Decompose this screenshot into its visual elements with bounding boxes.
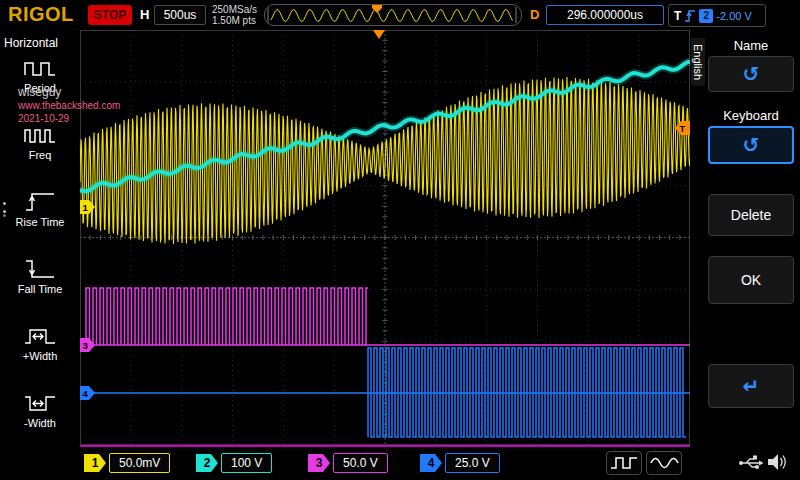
memory-depth: 1.50M pts [212, 15, 257, 26]
overview-trigger-marker[interactable] [372, 5, 382, 13]
timebase-readout[interactable]: 500us [154, 5, 206, 25]
ch3-trace [86, 288, 690, 345]
channel-3-ground-label: 3 [83, 340, 88, 351]
delete-button[interactable]: Delete [708, 194, 794, 236]
sidebar-item-freq[interactable]: Freq [0, 123, 80, 161]
channel-1-tag: 1 [84, 454, 106, 472]
speaker-indicator [766, 450, 788, 478]
overview-waveform-icon [265, 5, 519, 25]
channel-4-tag: 4 [420, 454, 442, 472]
trigger-level-marker-label: T [680, 124, 686, 134]
scope-display: 134T [80, 30, 690, 447]
bottom-right-indicators [606, 451, 682, 475]
usb-icon [738, 451, 764, 475]
channel-2-status[interactable]: 2 100 V [196, 451, 272, 475]
scroll-indicator [3, 202, 6, 205]
channel-4-status[interactable]: 4 25.0 V [420, 451, 500, 475]
oscilloscope-ui: RIGOL STOP H 500us 250MSa/s 1.50M pts D … [0, 0, 800, 480]
channel-2-scale: 100 V [221, 453, 272, 473]
trigger-source-badge: 2 [699, 9, 713, 23]
keyboard-label: Keyboard [708, 108, 794, 123]
trigger-readout[interactable]: T 2 -2.00 V [668, 4, 766, 27]
rise-time-icon [23, 190, 57, 214]
enter-icon: ↵ [743, 376, 760, 396]
speaker-icon [766, 450, 788, 474]
channel-3-scale: 50.0 V [333, 453, 388, 473]
sidebar-item-label: Freq [0, 149, 80, 161]
waveform-traces [80, 62, 690, 437]
sine-wave-indicator[interactable] [646, 451, 682, 475]
sidebar-item-minus-width[interactable]: -Width [0, 391, 80, 429]
channel-3-status[interactable]: 3 50.0 V [308, 451, 388, 475]
channel-1-status[interactable]: 1 50.0mV [84, 451, 170, 475]
name-button[interactable]: ↺ [708, 56, 794, 92]
undo-icon: ↺ [743, 64, 760, 84]
name-label: Name [708, 38, 794, 53]
plus-width-icon [23, 324, 57, 348]
graticule: 134T [80, 30, 690, 445]
sidebar-item-rise-time[interactable]: Rise Time [0, 190, 80, 228]
sidebar-item-label: +Width [0, 350, 80, 362]
channel-4-ground-label: 4 [83, 388, 89, 399]
keyboard-button[interactable]: ↺ [708, 126, 794, 164]
delay-label: D [530, 7, 539, 22]
trigger-label: T [674, 9, 681, 23]
top-status-bar: RIGOL STOP H 500us 250MSa/s 1.50M pts D … [0, 0, 800, 30]
enter-button[interactable]: ↵ [708, 364, 794, 408]
acquisition-readout: 250MSa/s 1.50M pts [212, 4, 257, 26]
overview-trace [271, 10, 513, 22]
softkey-menu: English Name ↺ Keyboard ↺ Delete OK ↵ [690, 30, 800, 445]
ok-button[interactable]: OK [708, 256, 794, 304]
sidebar-title: Horizontal [0, 30, 80, 50]
sidebar-item-period[interactable]: Period [0, 56, 80, 94]
run-state-badge[interactable]: STOP [88, 5, 132, 25]
sidebar-item-label: Fall Time [0, 283, 80, 295]
sample-rate: 250MSa/s [212, 4, 257, 15]
undo-icon: ↺ [743, 135, 760, 155]
fall-time-icon [23, 257, 57, 281]
waveform-overview-strip[interactable] [264, 4, 522, 26]
channel-2-tag: 2 [196, 454, 218, 472]
sidebar-item-fall-time[interactable]: Fall Time [0, 257, 80, 295]
channel-1-ground-label: 1 [83, 202, 89, 213]
delay-readout[interactable]: 296.000000us [546, 5, 664, 25]
square-wave-icon [609, 454, 639, 472]
sidebar-item-plus-width[interactable]: +Width [0, 324, 80, 362]
minus-width-icon [23, 391, 57, 415]
measure-sidebar: Horizontal Period Freq Rise Time Fall Ti… [0, 30, 80, 445]
trigger-level-readout: -2.00 V [716, 10, 751, 22]
usb-indicator [738, 451, 764, 479]
horizontal-label: H [140, 7, 149, 22]
trigger-position-marker[interactable] [373, 30, 385, 39]
square-wave-indicator[interactable] [606, 451, 642, 475]
brand-logo: RIGOL [8, 3, 74, 26]
channel-3-tag: 3 [308, 454, 330, 472]
sidebar-item-label: Rise Time [0, 216, 80, 228]
channel-4-scale: 25.0 V [445, 453, 500, 473]
period-icon [23, 56, 57, 80]
sidebar-item-label: -Width [0, 417, 80, 429]
channel-1-scale: 50.0mV [109, 453, 170, 473]
language-tab: English [691, 38, 705, 86]
channel-status-bar: 1 50.0mV 2 100 V 3 50.0 V 4 25.0 V [0, 447, 800, 480]
sine-wave-icon [649, 454, 679, 472]
sidebar-item-label: Period [0, 82, 80, 94]
trigger-slope-icon [684, 8, 696, 24]
freq-icon [23, 123, 57, 147]
